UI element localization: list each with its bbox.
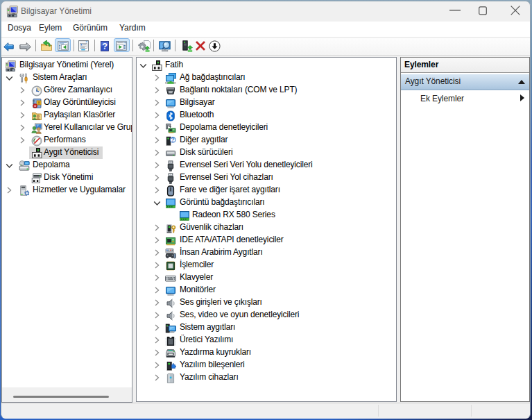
svg-text:?: ?: [102, 42, 108, 51]
svg-text:?: ?: [171, 136, 175, 143]
